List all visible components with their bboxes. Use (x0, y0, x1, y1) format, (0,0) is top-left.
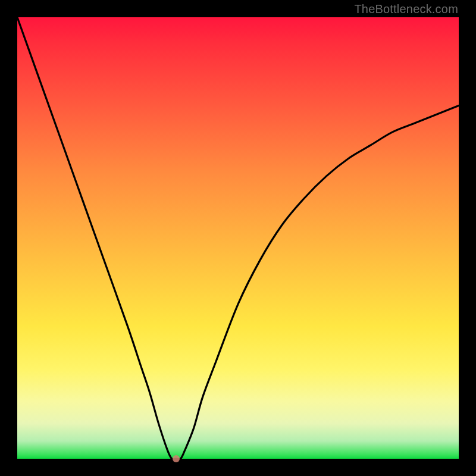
bottleneck-curve (17, 17, 459, 459)
chart-frame: TheBottleneck.com (0, 0, 476, 476)
watermark-text: TheBottleneck.com (354, 2, 458, 16)
bottleneck-marker (173, 455, 180, 462)
plot-area (17, 17, 459, 459)
